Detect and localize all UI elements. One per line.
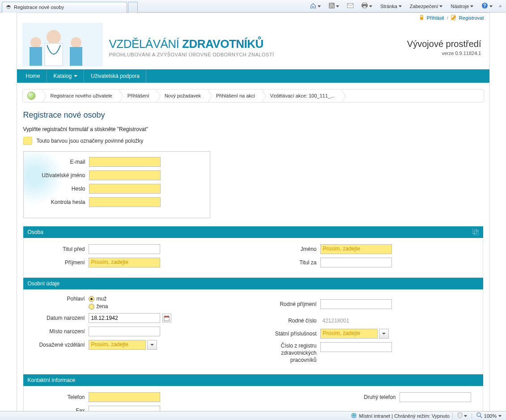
section-contact-header: Kontaktní informace [23, 374, 483, 386]
maiden-label: Rodné příjmení [260, 301, 320, 307]
chevron-down-icon [399, 5, 402, 7]
section-person-header: Osoba [23, 226, 483, 238]
dob-field[interactable] [89, 313, 160, 323]
nav-home[interactable]: Home [20, 69, 47, 83]
nav-support[interactable]: Uživatelská podpora [84, 69, 146, 83]
dob-label: Datum narození [28, 315, 89, 321]
breadcrumb-home[interactable] [23, 89, 42, 102]
nav-home-label: Home [26, 73, 40, 79]
password-confirm-field[interactable] [89, 197, 161, 207]
password-field[interactable] [89, 184, 161, 194]
home-button[interactable] [308, 2, 323, 11]
chevron-down-icon [74, 75, 77, 77]
nav-catalog[interactable]: Katalog [47, 69, 85, 83]
calendar-button[interactable] [162, 314, 171, 322]
mail-icon [347, 3, 353, 9]
breadcrumb-item[interactable]: Přihlášení na akci [207, 89, 261, 102]
first-name-label: Jméno [260, 246, 320, 252]
calendar-icon [164, 315, 170, 321]
title-after-field[interactable] [320, 258, 392, 267]
svg-rect-16 [70, 47, 82, 66]
brand-subtitle: PROHLUBOVÁNÍ A ZVYŠOVÁNÍ ÚROVNĚ ODBORNÝC… [109, 52, 274, 57]
form-hint: Vyplňte registrační formulář a stiskněte… [23, 126, 483, 132]
gender-female-label: žena [97, 303, 108, 310]
content: Registrace nové osoby Vyplňte registračn… [17, 110, 489, 411]
security-menu[interactable]: Zabezpečení [408, 3, 445, 10]
browser-tab-active[interactable]: Registrace nové osoby [2, 2, 127, 13]
breadcrumb-label: Registrace nového uživatele [51, 93, 112, 98]
regnum-label: Číslo z registru zdravotnických pracovní… [260, 342, 320, 364]
section-contact-title: Kontaktní informace [28, 377, 76, 383]
svg-point-11 [47, 30, 61, 44]
password-confirm-label: Kontrola hesla [31, 199, 89, 205]
gender-female-radio[interactable]: žena [89, 303, 108, 310]
svg-rect-20 [164, 316, 169, 317]
birthnum-label: Rodné číslo [260, 318, 320, 324]
svg-rect-2 [347, 4, 353, 8]
radio-icon [89, 296, 94, 302]
section-personal-header: Osobní údaje [23, 278, 483, 289]
birthnum-value: 421218001 [320, 316, 352, 325]
breadcrumb-label: Přihlášení na akci [216, 93, 255, 98]
regnum-field[interactable] [320, 342, 392, 352]
rss-icon [329, 3, 335, 9]
breadcrumb-label: Nový požadavek [165, 93, 201, 98]
help-button[interactable]: ? [480, 1, 494, 11]
email-label: E-mail [31, 159, 89, 165]
register-icon [451, 15, 456, 21]
username-field[interactable] [89, 170, 161, 180]
svg-rect-17 [472, 229, 477, 233]
svg-rect-14 [30, 47, 42, 66]
print-button[interactable] [360, 2, 374, 10]
page-menu[interactable]: Stránka [378, 3, 404, 10]
breadcrumb-item[interactable]: Přihlášení [119, 89, 156, 102]
education-select[interactable]: Prosím, zadejte [89, 340, 146, 350]
title-after-label: Titul za [260, 259, 320, 266]
nationality-dropdown-button[interactable] [379, 329, 389, 339]
header: VZDĚLÁVÁNÍ ZDRAVOTNÍKŮ PROHLUBOVÁNÍ A ZV… [17, 23, 489, 69]
phone-field[interactable] [89, 392, 160, 402]
home-icon [310, 3, 316, 10]
svg-point-1 [330, 7, 331, 8]
nav-support-label: Uživatelská podpora [91, 73, 140, 79]
feeds-button[interactable] [327, 2, 341, 10]
fax-field[interactable] [89, 406, 160, 411]
fax-label: Fax [28, 407, 89, 411]
brand-title-1: VZDĚLÁVÁNÍ [109, 37, 183, 51]
section-personal: Osobní údaje Pohlaví muž [23, 278, 483, 374]
collapse-icon[interactable] [472, 229, 479, 235]
login-link[interactable]: Přihlásit [427, 15, 444, 21]
phone2-field[interactable] [400, 392, 471, 402]
section-contact: Kontaktní informace Telefon Fax [23, 374, 483, 411]
education-dropdown-button[interactable] [147, 340, 157, 350]
svg-rect-8 [420, 17, 423, 20]
page: Přihlásit / Registrovat [17, 13, 490, 411]
svg-rect-5 [363, 6, 366, 8]
separator: / [447, 15, 448, 21]
nationality-select[interactable]: Prosím, zadejte [320, 329, 378, 339]
register-link[interactable]: Registrovat [459, 15, 484, 21]
nav-catalog-label: Katalog [54, 73, 72, 79]
maiden-field[interactable] [320, 299, 392, 309]
first-name-field[interactable]: Prosím, zadejte [320, 244, 392, 254]
breadcrumb-item[interactable]: Nový požadavek [156, 89, 207, 102]
breadcrumb-label: Vzdělávací akce: 100_111_... [270, 93, 335, 98]
title-before-label: Titul před [28, 246, 89, 252]
new-tab-button[interactable] [128, 2, 138, 13]
title-before-field[interactable] [89, 244, 160, 254]
gender-male-radio[interactable]: muž [89, 296, 108, 302]
breadcrumb-item[interactable]: Registrace nového uživatele [42, 89, 119, 102]
pob-field[interactable] [89, 327, 160, 336]
chevron-down-icon [369, 5, 372, 7]
tools-menu[interactable]: Nástroje [449, 3, 475, 10]
chevron-down-icon [318, 5, 321, 7]
breadcrumb-label: Přihlášení [128, 93, 149, 98]
email-field[interactable] [89, 157, 161, 167]
read-mail-button[interactable] [345, 2, 355, 10]
viewport[interactable]: Přihlásit / Registrovat [0, 13, 506, 411]
environment-info: Vývojové prostředí verze 0.9.11824.1 [407, 39, 484, 56]
last-name-field[interactable]: Prosím, zadejte [89, 258, 160, 267]
overflow-chevrons-icon[interactable]: » [499, 4, 502, 8]
breadcrumb-item[interactable]: Vzdělávací akce: 100_111_... [261, 89, 341, 102]
gender-radio-group: muž žena [89, 296, 108, 310]
